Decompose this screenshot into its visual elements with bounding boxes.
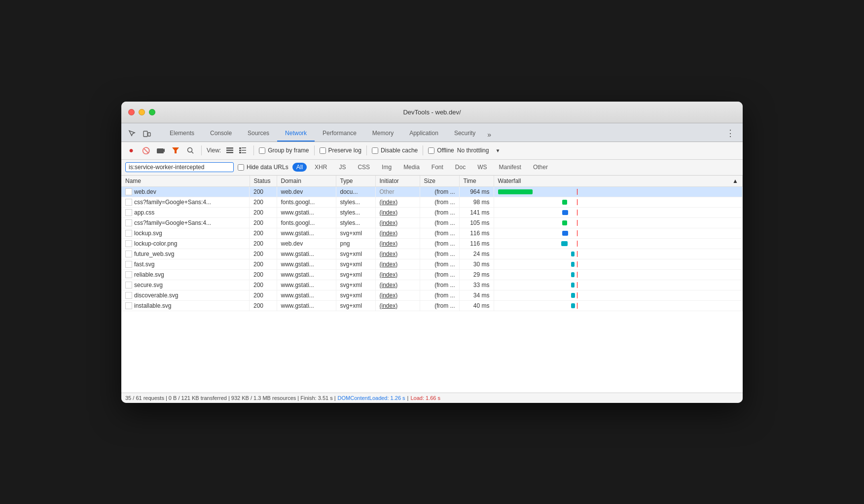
list-view-button[interactable] [224,144,236,156]
table-row[interactable]: lockup-color.png 200 web.dev png (index)… [121,238,743,249]
view-icon-group [224,144,249,156]
row-initiator[interactable]: (index) [375,238,420,249]
row-status: 200 [250,207,277,217]
col-header-name[interactable]: Name [121,176,250,187]
row-waterfall [494,280,743,290]
row-initiator[interactable]: (index) [375,197,420,207]
row-initiator[interactable]: (index) [375,228,420,238]
devtools-window: DevTools - web.dev/ Elements Console Sou [121,102,743,403]
minimize-button[interactable] [139,109,145,115]
group-by-frame-checkbox[interactable]: Group by frame [259,147,309,154]
table-row[interactable]: lockup.svg 200 www.gstati... svg+xml (in… [121,228,743,238]
tree-view-button[interactable] [237,144,249,156]
col-header-initiator[interactable]: Initiator [375,176,420,187]
col-header-size[interactable]: Size [420,176,459,187]
row-initiator[interactable]: (index) [375,207,420,217]
svg-marker-3 [164,148,165,152]
filter-type-ws[interactable]: WS [473,163,491,172]
close-button[interactable] [128,109,135,115]
svg-rect-11 [242,147,246,148]
svg-rect-15 [239,152,241,153]
row-waterfall [494,300,743,311]
col-header-status[interactable]: Status [250,176,277,187]
row-size: (from ... [420,300,459,311]
svg-rect-12 [242,150,246,151]
table-row[interactable]: css?family=Google+Sans:4... 200 fonts.go… [121,197,743,207]
devtools-menu-button[interactable]: ⋮ [722,125,739,142]
row-size: (from ... [420,238,459,249]
row-waterfall [494,217,743,228]
row-initiator[interactable]: (index) [375,300,420,311]
row-initiator[interactable]: (index) [375,290,420,300]
table-row[interactable]: css?family=Google+Sans:4... 200 fonts.go… [121,217,743,228]
row-time: 34 ms [459,290,494,300]
filter-type-font[interactable]: Font [428,163,447,172]
filter-type-manifest[interactable]: Manifest [495,163,525,172]
row-waterfall [494,290,743,300]
filter-button[interactable] [170,144,181,156]
network-toolbar: ● 🚫 View: [121,142,743,160]
table-row[interactable]: reliable.svg 200 www.gstati... svg+xml (… [121,269,743,280]
row-initiator[interactable]: (index) [375,217,420,228]
offline-checkbox[interactable]: Offline [428,147,454,154]
table-row[interactable]: web.dev 200 web.dev docu... Other (from … [121,186,743,197]
tab-sources[interactable]: Sources [240,126,277,142]
table-row[interactable]: discoverable.svg 200 www.gstati... svg+x… [121,290,743,300]
row-size: (from ... [420,186,459,197]
filter-type-media[interactable]: Media [399,163,424,172]
table-row[interactable]: app.css 200 www.gstati... styles... (ind… [121,207,743,217]
filter-type-js[interactable]: JS [335,163,350,172]
filter-type-other[interactable]: Other [529,163,552,172]
row-initiator[interactable]: (index) [375,269,420,280]
preserve-log-checkbox[interactable]: Preserve log [320,147,361,154]
throttle-dropdown-button[interactable]: ▼ [492,144,504,156]
tab-elements[interactable]: Elements [162,126,202,142]
table-row[interactable]: future_web.svg 200 www.gstati... svg+xml… [121,249,743,259]
row-time: 24 ms [459,249,494,259]
row-size: (from ... [420,290,459,300]
table-row[interactable]: secure.svg 200 www.gstati... svg+xml (in… [121,280,743,290]
search-button[interactable] [184,144,196,156]
row-domain: web.dev [277,186,336,197]
col-header-time[interactable]: Time [459,176,494,187]
svg-marker-4 [172,147,179,153]
clear-button[interactable]: 🚫 [140,144,152,156]
tab-network[interactable]: Network [277,126,315,142]
more-tabs-button[interactable]: » [483,128,495,142]
device-toolbar-icon[interactable] [140,128,154,140]
filter-type-css[interactable]: CSS [354,163,374,172]
camera-button[interactable] [155,144,167,156]
inspect-icon[interactable] [125,128,139,140]
svg-rect-2 [157,148,164,153]
maximize-button[interactable] [149,109,155,115]
disable-cache-checkbox[interactable]: Disable cache [372,147,418,154]
row-initiator[interactable]: (index) [375,259,420,269]
tab-console[interactable]: Console [202,126,240,142]
tab-memory[interactable]: Memory [364,126,401,142]
filter-type-img[interactable]: Img [378,163,396,172]
record-button[interactable]: ● [125,144,137,156]
filter-input[interactable] [125,162,234,172]
filter-type-xhr[interactable]: XHR [311,163,331,172]
row-size: (from ... [420,228,459,238]
col-header-domain[interactable]: Domain [277,176,336,187]
table-row[interactable]: installable.svg 200 www.gstati... svg+xm… [121,300,743,311]
tab-application[interactable]: Application [401,126,446,142]
row-waterfall [494,228,743,238]
row-waterfall [494,249,743,259]
status-bar: 35 / 61 requests | 0 B / 121 KB transfer… [121,393,743,403]
hide-data-urls-checkbox[interactable]: Hide data URLs [238,164,288,171]
row-initiator[interactable]: (index) [375,249,420,259]
row-domain: fonts.googl... [277,197,336,207]
filter-type-doc[interactable]: Doc [451,163,469,172]
col-header-waterfall[interactable]: Waterfall ▲ [494,176,743,187]
separator-1 [201,145,202,155]
row-initiator[interactable]: (index) [375,280,420,290]
filter-type-all[interactable]: All [292,163,307,172]
col-header-type[interactable]: Type [336,176,375,187]
filter-bar: Hide data URLs All XHR JS CSS Img Media … [121,160,743,176]
row-name: lockup.svg [121,228,250,238]
table-row[interactable]: fast.svg 200 www.gstati... svg+xml (inde… [121,259,743,269]
tab-security[interactable]: Security [446,126,483,142]
tab-performance[interactable]: Performance [315,126,364,142]
